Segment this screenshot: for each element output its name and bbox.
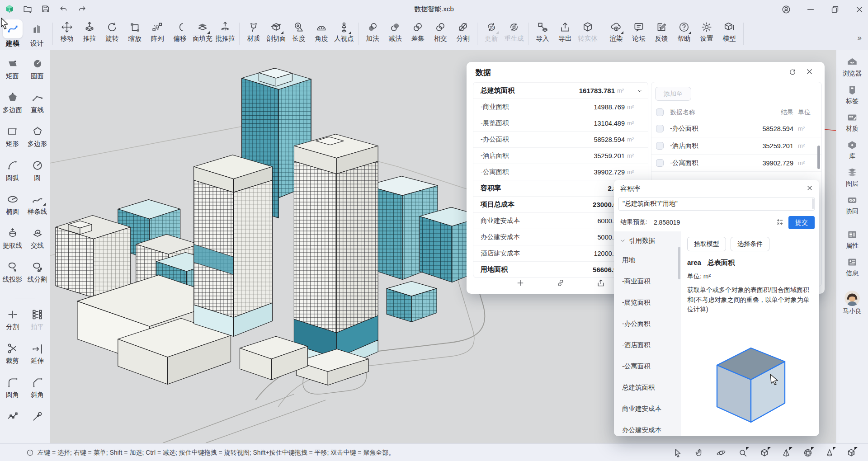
ribbon-tool-button[interactable]: 缩放 — [123, 19, 146, 50]
ribbon-tool-button[interactable]: 人视点 — [333, 19, 355, 50]
sidebar-tool[interactable]: 圆 — [25, 155, 50, 189]
sidebar-panel-button[interactable]: 标签 — [846, 84, 859, 105]
ribbon-tool-button[interactable]: 更新 — [480, 19, 503, 50]
row-checkbox[interactable] — [656, 159, 664, 167]
reference-item[interactable]: -办公面积 — [614, 313, 681, 334]
reference-section-header[interactable]: 引用数据 — [614, 231, 681, 249]
account-icon[interactable] — [781, 5, 790, 14]
reference-item[interactable]: -酒店面积 — [614, 334, 681, 356]
sidebar-panel-button[interactable]: 浏览器 — [843, 56, 862, 78]
sidebar-panel-button[interactable]: 库 — [846, 139, 858, 160]
ribbon-tool-button[interactable]: 批推拉 — [214, 19, 236, 50]
ribbon-tool-button[interactable]: 减法 — [384, 19, 406, 50]
data-row[interactable]: 总建筑面积 161783.781 m² — [473, 82, 648, 99]
user-profile[interactable]: 马小良 — [843, 291, 862, 315]
row-checkbox[interactable] — [656, 142, 664, 150]
sidebar-panel-button[interactable]: 属性 — [846, 229, 859, 250]
formula-input[interactable]: "总建筑面积"/"用地" — [618, 197, 815, 211]
scrollbar-thumb[interactable] — [817, 146, 820, 169]
table-row[interactable]: -公寓面积 39902.729 m² — [651, 155, 821, 172]
sidebar-panel-button[interactable]: 信息 — [846, 256, 859, 278]
ribbon-tool-button[interactable]: 长度 — [288, 19, 310, 50]
view-nav-button[interactable] — [825, 448, 835, 458]
ribbon-tool-button[interactable]: 差集 — [406, 19, 429, 50]
reference-item[interactable]: -公寓面积 — [614, 356, 681, 377]
data-row[interactable]: -酒店面积 35259.201 m² — [473, 147, 648, 164]
link-icon[interactable] — [556, 278, 565, 287]
sidebar-panel-button[interactable]: 图层 — [846, 167, 859, 188]
ribbon-tool-button[interactable]: 设置 — [695, 19, 718, 50]
sidebar-tool[interactable]: 圆角 — [0, 372, 25, 406]
ribbon-tool-button[interactable]: 分割 — [452, 19, 474, 50]
submit-button[interactable]: 提交 — [788, 216, 815, 229]
ribbon-tool-button[interactable]: 阵列 — [146, 19, 169, 50]
sidebar-tool[interactable]: 拍平 — [25, 305, 50, 339]
table-row[interactable]: -办公面积 58528.594 m² — [651, 120, 821, 137]
ribbon-tool-button[interactable]: 角度 — [310, 19, 333, 50]
sidebar-tool[interactable] — [25, 406, 50, 440]
ribbon-tool-button[interactable]: 重生成 — [503, 19, 525, 50]
ribbon-tool-button[interactable]: 导入 — [531, 19, 554, 50]
sidebar-tool[interactable]: 直线 — [25, 88, 50, 122]
data-row[interactable]: -展览面积 13104.489 m² — [473, 115, 648, 131]
reference-item[interactable]: 总建筑面积 — [614, 377, 681, 398]
sidebar-tool[interactable]: 多边面 — [0, 88, 25, 122]
sidebar-panel-button[interactable]: 材质 — [846, 112, 859, 133]
sidebar-tool[interactable]: 圆弧 — [0, 155, 25, 189]
sidebar-tool[interactable]: 线投影 — [0, 257, 25, 291]
refresh-icon[interactable] — [788, 68, 797, 76]
restore-button[interactable] — [830, 5, 839, 14]
sidebar-tool[interactable]: 圆面 — [25, 54, 50, 88]
chevron-down-icon[interactable] — [633, 87, 643, 94]
table-row[interactable]: -酒店面积 35259.201 m² — [651, 137, 821, 155]
save-icon[interactable] — [41, 4, 51, 14]
sidebar-panel-button[interactable]: 协同 — [846, 194, 859, 216]
sidebar-tool[interactable]: 矩形 — [0, 122, 25, 155]
view-nav-button[interactable] — [803, 448, 813, 458]
reference-item[interactable]: 用地 — [614, 249, 681, 271]
data-row[interactable]: -商业面积 14988.769 m² — [473, 99, 648, 115]
ribbon-tool-button[interactable]: 模型 — [718, 19, 741, 50]
sidebar-tool[interactable]: 椭圆 — [0, 189, 25, 223]
ribbon-tool-button[interactable]: 帮助 — [673, 19, 695, 50]
tab-design[interactable]: 设计 — [26, 19, 48, 50]
reference-item[interactable]: 商业建安成本 — [614, 398, 681, 419]
reference-item[interactable]: 办公建安成本 — [614, 419, 681, 436]
share-icon[interactable] — [596, 278, 605, 287]
ribbon-tool-button[interactable]: 偏移 — [169, 19, 191, 50]
ribbon-tool-button[interactable]: 导出 — [554, 19, 576, 50]
sidebar-tool[interactable]: 矩面 — [0, 54, 25, 88]
sidebar-tool[interactable]: 多边形 — [25, 122, 50, 155]
sidebar-tool[interactable]: 斜角 — [25, 372, 50, 406]
ribbon-tool-button[interactable]: 面填充 — [191, 19, 214, 50]
ribbon-tool-button[interactable]: 推拉 — [78, 19, 101, 50]
sidebar-tool[interactable]: 分割 — [0, 305, 25, 339]
view-nav-button[interactable] — [760, 448, 769, 458]
reference-item[interactable]: -展览面积 — [614, 292, 681, 313]
ribbon-tool-button[interactable]: 论坛 — [627, 19, 650, 50]
ribbon-tool-button[interactable]: 反馈 — [650, 19, 673, 50]
plus-icon[interactable] — [516, 278, 525, 287]
sidebar-tool[interactable] — [0, 406, 25, 440]
view-nav-button[interactable] — [846, 448, 856, 458]
file-icon[interactable] — [23, 4, 33, 14]
select-all-checkbox[interactable] — [656, 108, 664, 116]
view-nav-button[interactable] — [738, 448, 748, 458]
select-condition-button[interactable]: 选择条件 — [731, 237, 769, 251]
row-checkbox[interactable] — [656, 125, 664, 132]
close-icon[interactable] — [806, 184, 814, 192]
ribbon-tool-button[interactable]: 渲染 — [605, 19, 627, 50]
ribbon-tool-button[interactable]: 加法 — [361, 19, 384, 50]
ribbon-tool-button[interactable]: 移动 — [56, 19, 78, 50]
ribbon-tool-button[interactable]: 旋转 — [101, 19, 123, 50]
redo-icon[interactable] — [77, 4, 87, 14]
add-to-button[interactable]: 添加至 — [655, 87, 691, 101]
sidebar-tool[interactable]: 提取线 — [0, 223, 25, 257]
scrollbar-thumb[interactable] — [678, 247, 680, 279]
data-row[interactable]: -公寓面积 39902.729 m² — [473, 164, 648, 180]
sidebar-tool[interactable]: 交线 — [25, 223, 50, 257]
view-nav-button[interactable] — [673, 448, 683, 458]
pick-model-button[interactable]: 拾取模型 — [687, 237, 726, 251]
view-nav-button[interactable] — [781, 448, 791, 458]
close-button[interactable] — [854, 5, 863, 14]
